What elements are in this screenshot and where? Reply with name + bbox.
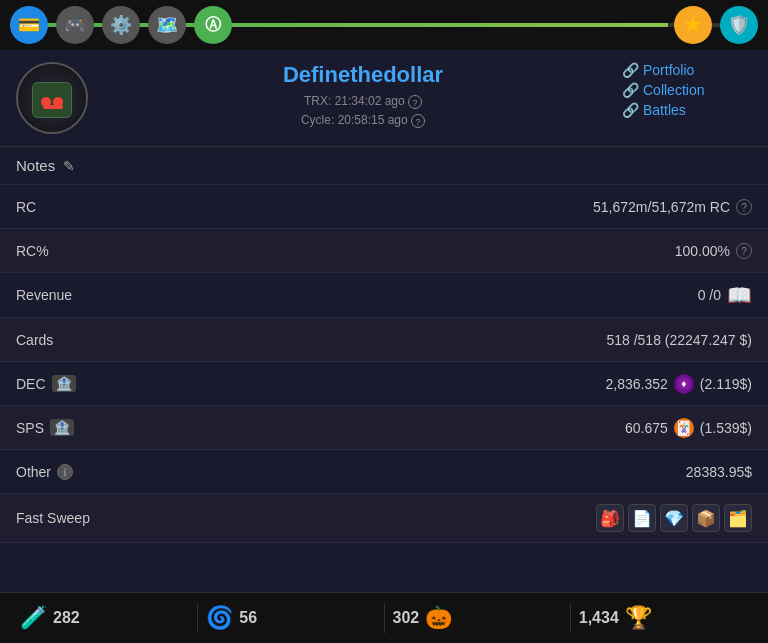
sps-token-icon: 🃏 [674, 418, 694, 438]
battles-link-icon: 🔗 [622, 102, 639, 118]
stats-table: RC 51,672m/51,672m RC ? RC% 100.00% ? Re… [0, 185, 768, 543]
collection-link-icon: 🔗 [622, 82, 639, 98]
map-nav-icon[interactable]: 🗺️ [148, 6, 186, 44]
halloween-value: 302 [393, 609, 420, 627]
rc-number: 51,672m/51,672m RC [593, 199, 730, 215]
rc-percent-label: RC% [16, 243, 136, 259]
dec-value: 2,836.352 ♦ (2.119$) [606, 374, 752, 394]
wallet-nav-icon[interactable]: 💳 [10, 6, 48, 44]
profile-nav-icon[interactable]: Ⓐ [194, 6, 232, 44]
other-label: Other ℹ [16, 464, 136, 480]
revenue-row: Revenue 0 /0 📖 [0, 273, 768, 318]
rc-value: 51,672m/51,672m RC ? [593, 199, 752, 215]
dec-token-icon: ♦ [674, 374, 694, 394]
sps-wallet-icon[interactable]: 🏦 [50, 419, 74, 436]
trx-label: TRX: [304, 94, 331, 108]
cards-value: 518 /518 (22247.247 $) [606, 332, 752, 348]
sps-row: SPS 🏦 60.675 🃏 (1.539$) [0, 406, 768, 450]
dec-usd: (2.119$) [700, 376, 752, 392]
profile-links: 🔗 Portfolio 🔗 Collection 🔗 Battles [622, 62, 752, 118]
swirls-stat: 🌀 56 [206, 605, 375, 631]
swirls-icon: 🌀 [206, 605, 233, 631]
game-nav-icon[interactable]: 🎮 [56, 6, 94, 44]
rc-percent-value: 100.00% ? [675, 243, 752, 259]
top-navigation: 💳 🎮 ⚙️ 🗺️ Ⓐ ★ 🛡️ [0, 0, 768, 50]
sweep-icon-3[interactable]: 💎 [660, 504, 688, 532]
other-number: 28383.95$ [686, 464, 752, 480]
battles-label: Battles [643, 102, 686, 118]
cards-number: 518 /518 (22247.247 $) [606, 332, 752, 348]
profile-info: Definethedollar TRX: 21:34:02 ago ? Cycl… [88, 62, 622, 130]
revenue-spellbook-icon: 📖 [727, 283, 752, 307]
rc-percent-number: 100.00% [675, 243, 730, 259]
star-nav-icon[interactable]: ★ [674, 6, 712, 44]
halloween-stat: 302 🎃 [393, 605, 562, 631]
profile-trx: TRX: 21:34:02 ago ? [104, 92, 622, 111]
bottom-divider-3 [570, 603, 571, 633]
trx-info-icon[interactable]: ? [408, 95, 422, 109]
robot-face-icon [28, 74, 76, 122]
dec-number: 2,836.352 [606, 376, 668, 392]
profile-section: Definethedollar TRX: 21:34:02 ago ? Cycl… [0, 50, 768, 147]
fast-sweep-label: Fast Sweep [16, 510, 136, 526]
sweep-icon-2[interactable]: 📄 [628, 504, 656, 532]
rc-question-icon[interactable]: ? [736, 199, 752, 215]
notes-bar: Notes ✎ [0, 147, 768, 185]
bottom-bar: 🧪 282 🌀 56 302 🎃 1,434 🏆 [0, 592, 768, 643]
other-value: 28383.95$ [686, 464, 752, 480]
other-info-icon[interactable]: ℹ [57, 464, 73, 480]
potions-value: 282 [53, 609, 80, 627]
dec-row: DEC 🏦 2,836.352 ♦ (2.119$) [0, 362, 768, 406]
cycle-time: 20:58:15 ago [338, 113, 408, 127]
halloween-icon: 🎃 [425, 605, 452, 631]
trophies-stat: 1,434 🏆 [579, 605, 748, 631]
settings-nav-icon[interactable]: ⚙️ [102, 6, 140, 44]
potions-icon: 🧪 [20, 605, 47, 631]
sweep-icon-1[interactable]: 🎒 [596, 504, 624, 532]
rc-percent-question-icon[interactable]: ? [736, 243, 752, 259]
sweep-icon-5[interactable]: 🗂️ [724, 504, 752, 532]
revenue-label: Revenue [16, 287, 136, 303]
fast-sweep-value: 🎒 📄 💎 📦 🗂️ [596, 504, 752, 532]
sps-number: 60.675 [625, 420, 668, 436]
dec-wallet-icon[interactable]: 🏦 [52, 375, 76, 392]
avatar [16, 62, 88, 134]
rc-percent-row: RC% 100.00% ? [0, 229, 768, 273]
rc-label: RC [16, 199, 136, 215]
cards-label: Cards [16, 332, 136, 348]
trx-time: 21:34:02 ago [335, 94, 405, 108]
portfolio-link[interactable]: 🔗 Portfolio [622, 62, 694, 78]
portfolio-label: Portfolio [643, 62, 694, 78]
cycle-label: Cycle: [301, 113, 334, 127]
notes-edit-icon[interactable]: ✎ [63, 158, 75, 174]
collection-label: Collection [643, 82, 704, 98]
sweep-icon-4[interactable]: 📦 [692, 504, 720, 532]
notes-label: Notes [16, 157, 55, 174]
profile-name: Definethedollar [104, 62, 622, 88]
cycle-info-icon[interactable]: ? [411, 114, 425, 128]
collection-link[interactable]: 🔗 Collection [622, 82, 704, 98]
dec-label: DEC 🏦 [16, 375, 136, 392]
fast-sweep-row: Fast Sweep 🎒 📄 💎 📦 🗂️ [0, 494, 768, 543]
revenue-number: 0 /0 [698, 287, 721, 303]
sps-label: SPS 🏦 [16, 419, 136, 436]
cards-row: Cards 518 /518 (22247.247 $) [0, 318, 768, 362]
trophies-icon: 🏆 [625, 605, 652, 631]
swirls-value: 56 [239, 609, 257, 627]
potions-stat: 🧪 282 [20, 605, 189, 631]
fast-sweep-icons: 🎒 📄 💎 📦 🗂️ [596, 504, 752, 532]
bottom-divider-1 [197, 603, 198, 633]
sps-usd: (1.539$) [700, 420, 752, 436]
bottom-divider-2 [384, 603, 385, 633]
battles-link[interactable]: 🔗 Battles [622, 102, 686, 118]
profile-cycle: Cycle: 20:58:15 ago ? [104, 111, 622, 130]
other-row: Other ℹ 28383.95$ [0, 450, 768, 494]
trophies-value: 1,434 [579, 609, 619, 627]
portfolio-link-icon: 🔗 [622, 62, 639, 78]
revenue-value: 0 /0 📖 [698, 283, 752, 307]
rc-row: RC 51,672m/51,672m RC ? [0, 185, 768, 229]
shield-nav-icon[interactable]: 🛡️ [720, 6, 758, 44]
sps-value: 60.675 🃏 (1.539$) [625, 418, 752, 438]
